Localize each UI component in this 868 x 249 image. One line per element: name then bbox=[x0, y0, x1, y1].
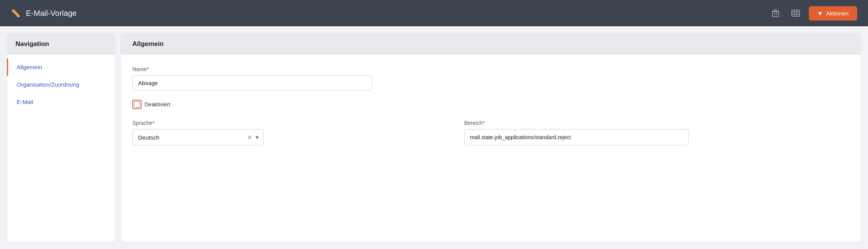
main-content: Navigation Allgemein Organisation/Zuordn… bbox=[0, 26, 868, 249]
deaktiviert-wrapper: Deaktiviert bbox=[132, 100, 849, 109]
content-title: Allgemein bbox=[121, 33, 861, 55]
svg-rect-1 bbox=[774, 9, 777, 10]
select-clear-icon[interactable]: ✕ bbox=[247, 134, 252, 141]
select-icons: ✕ ▼ bbox=[247, 134, 260, 141]
sprache-value: Deutsch bbox=[138, 134, 247, 141]
name-input[interactable] bbox=[132, 75, 372, 90]
sidebar-nav: Allgemein Organisation/Zuordnung E-Mail bbox=[7, 55, 115, 114]
sprache-col: Sprache* Deutsch ✕ ▼ bbox=[132, 120, 453, 145]
sidebar: Navigation Allgemein Organisation/Zuordn… bbox=[7, 33, 115, 242]
sprache-select[interactable]: Deutsch ✕ ▼ bbox=[132, 129, 264, 145]
svg-rect-2 bbox=[772, 12, 779, 17]
table-button[interactable] bbox=[789, 6, 803, 20]
header-actions: ▼ Aktionen bbox=[769, 6, 857, 20]
content-area: Allgemein Name* Deaktiviert Sprache* bbox=[121, 33, 861, 242]
sidebar-item-allgemein[interactable]: Allgemein bbox=[7, 58, 115, 76]
aktionen-button[interactable]: ▼ Aktionen bbox=[809, 6, 857, 20]
sidebar-item-email[interactable]: E-Mail bbox=[7, 93, 115, 111]
select-chevron-icon[interactable]: ▼ bbox=[255, 135, 260, 140]
bereich-label: Bereich* bbox=[464, 120, 849, 126]
deaktiviert-checkbox[interactable] bbox=[134, 101, 140, 107]
delete-button[interactable] bbox=[769, 6, 783, 20]
checkbox-border bbox=[132, 100, 142, 109]
chevron-down-icon: ▼ bbox=[817, 10, 823, 17]
name-label: Name* bbox=[132, 66, 849, 72]
bereich-input[interactable] bbox=[464, 129, 689, 145]
edit-icon: ✏️ bbox=[11, 9, 21, 18]
deaktiviert-label[interactable]: Deaktiviert bbox=[145, 101, 170, 107]
name-form-group: Name* bbox=[132, 66, 849, 90]
sidebar-title: Navigation bbox=[7, 33, 115, 55]
page-title: E-Mail-Vorlage bbox=[26, 9, 763, 18]
content-body: Name* Deaktiviert Sprache* Deutsch bbox=[121, 55, 861, 157]
svg-rect-3 bbox=[774, 13, 775, 15]
bereich-col: Bereich* bbox=[464, 120, 849, 145]
sprache-label: Sprache* bbox=[132, 120, 453, 126]
sidebar-item-organisation[interactable]: Organisation/Zuordnung bbox=[7, 76, 115, 93]
svg-rect-5 bbox=[792, 10, 800, 16]
svg-rect-4 bbox=[776, 13, 777, 15]
sprache-bereich-row: Sprache* Deutsch ✕ ▼ Bereich* bbox=[132, 120, 849, 145]
app-header: ✏️ E-Mail-Vorlage ▼ Aktionen bbox=[0, 0, 868, 26]
